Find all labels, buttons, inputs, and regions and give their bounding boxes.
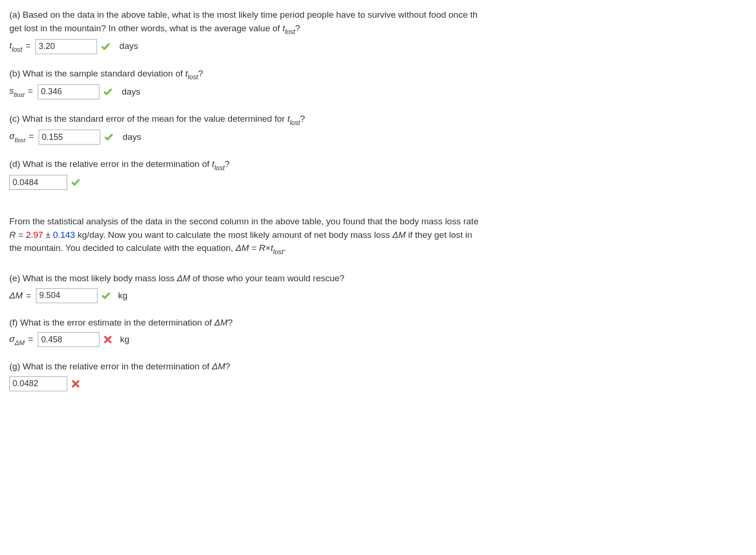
- intro-paragraph: From the statistical analysis of the dat…: [9, 215, 747, 256]
- check-icon: [103, 87, 112, 97]
- var-deltaM: ΔM =: [9, 289, 32, 303]
- input-relerr-deltaM[interactable]: [9, 376, 67, 391]
- question-d: (d) What is the relative error in the de…: [9, 158, 747, 190]
- var-sigmatlost: σtlost =: [9, 130, 35, 144]
- answer-d-row: [9, 175, 747, 190]
- question-d-text: (d) What is the relative error in the de…: [9, 158, 747, 172]
- unit-days: days: [119, 40, 138, 53]
- question-b-text: (b) What is the sample standard deviatio…: [9, 67, 747, 82]
- question-f: (f) What is the error estimate in the de…: [9, 316, 747, 347]
- question-a-text: (a) Based on the data in the above table…: [9, 8, 747, 36]
- question-a: (a) Based on the data in the above table…: [9, 8, 747, 54]
- check-icon: [101, 42, 110, 51]
- question-g-text: (g) What is the relative error in the de…: [9, 360, 747, 374]
- input-tlost[interactable]: [35, 39, 97, 54]
- var-tlost: tlost =: [9, 39, 32, 54]
- question-g: (g) What is the relative error in the de…: [9, 360, 747, 391]
- input-deltaM[interactable]: [36, 288, 98, 303]
- answer-a-row: tlost = days: [9, 39, 747, 54]
- input-sigmatlost[interactable]: [39, 130, 100, 145]
- unit-days: days: [122, 85, 140, 99]
- var-sigma-deltaM: σΔM =: [9, 333, 34, 347]
- unit-days: days: [123, 131, 141, 144]
- question-e: (e) What is the most likely body mass lo…: [9, 272, 747, 303]
- input-relerr-tlost[interactable]: [9, 175, 67, 190]
- check-icon: [101, 291, 111, 300]
- question-c: (c) What is the standard error of the me…: [9, 112, 747, 145]
- question-f-text: (f) What is the error estimate in the de…: [9, 316, 747, 330]
- question-e-text: (e) What is the most likely body mass lo…: [9, 272, 747, 285]
- answer-e-row: ΔM = kg: [9, 288, 747, 303]
- check-icon: [104, 132, 113, 142]
- check-icon: [71, 178, 80, 187]
- var-stlost: stlost =: [9, 84, 34, 99]
- question-b: (b) What is the sample standard deviatio…: [9, 67, 747, 99]
- unit-kg: kg: [118, 289, 127, 303]
- answer-c-row: σtlost = days: [9, 130, 747, 145]
- unit-kg: kg: [120, 333, 129, 347]
- answer-b-row: stlost = days: [9, 84, 747, 99]
- answer-f-row: σΔM = kg: [9, 332, 747, 347]
- x-icon: [103, 335, 112, 344]
- question-c-text: (c) What is the standard error of the me…: [9, 112, 747, 127]
- input-stlost[interactable]: [38, 84, 99, 99]
- answer-g-row: [9, 376, 747, 391]
- input-sigma-deltaM[interactable]: [38, 332, 99, 347]
- x-icon: [71, 379, 80, 388]
